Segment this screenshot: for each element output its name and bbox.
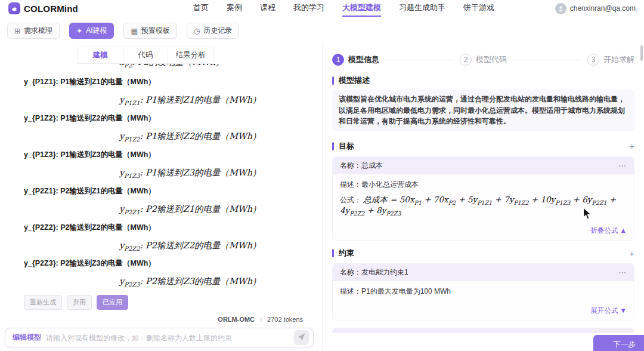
model-desc-title: 模型描述: [339, 75, 370, 86]
generation-actions: 重新生成弃用已应用: [24, 295, 322, 310]
nav-item-0[interactable]: 首页: [193, 0, 209, 17]
ai-modeling-icon: ✦: [76, 27, 82, 35]
objective-header: 目标 +: [332, 141, 634, 152]
edit-model-input[interactable]: [46, 334, 289, 342]
variable-math: yP1Z2: P1输送到Z2的电量（MWh）: [119, 131, 322, 143]
model-description: 该模型旨在优化城市电力系统的运营，通过合理分配发电站的发电量和输电线路的输电量，…: [332, 90, 634, 131]
mode-toolbar: ⊞需求梳理✦AI建模▦预置模板◷历史记录: [0, 17, 644, 44]
top-nav: COLORMind 首页案例课程我的学习大模型建模习题生成助手饼干游戏 chen…: [0, 0, 644, 17]
variable-math: yP2Z3: P2输送到Z3的电量（MWh）: [119, 276, 322, 288]
constraint-name: 名称：发电能力约束1: [340, 267, 408, 278]
edit-model-bar: 编辑模型: [5, 328, 314, 347]
variable-math: yP2Z1: P2输送到Z1的电量（MWh）: [119, 204, 322, 215]
more-menu-icon[interactable]: ⋯: [618, 161, 627, 170]
toolbar-requirements-button[interactable]: ⊞需求梳理: [7, 23, 60, 39]
token-count: 2702 tokens: [267, 316, 303, 322]
step-divider: [385, 60, 454, 60]
expand-formula-link[interactable]: 展开公式 ▼: [590, 307, 627, 314]
tab-2[interactable]: 结果分析: [168, 47, 213, 63]
account-area[interactable]: chenxinran@qa.com: [555, 3, 636, 14]
variable-item: y_{P2Z2}: P2输送到Z2的电量（MWh）yP2Z2: P2输送到Z2的…: [0, 217, 322, 252]
model-name: ORLM-QMC: [218, 316, 255, 322]
app-root: COLORMind 首页案例课程我的学习大模型建模习题生成助手饼干游戏 chen…: [0, 0, 644, 351]
action-button-1[interactable]: 弃用: [67, 295, 92, 310]
variable-math: yP1Z3: P1输送到Z3的电量（MWh）: [119, 167, 322, 179]
clipped-previous-line: xP2: P2的发电量（MWh）: [0, 64, 322, 71]
action-button-2[interactable]: 已应用: [97, 295, 128, 310]
variable-math: yP2Z2: P2输送到Z2的电量（MWh）: [119, 240, 322, 252]
objective-body: 描述：最小化总运营成本 公式： 总成本 = 50xP1 + 70xP2 + 5y…: [333, 174, 634, 223]
variable-list: y_{P1Z1}: P1输送到Z1的电量（MWh）yP1Z1: P1输送到Z1的…: [0, 71, 322, 288]
brand: COLORMind: [8, 2, 98, 14]
action-button-0[interactable]: 重新生成: [24, 295, 62, 310]
send-button[interactable]: [294, 330, 309, 345]
objective-desc: 描述：最小化总运营成本: [340, 180, 627, 190]
variable-label: y_{P1Z3}: P1输送到Z3的电量（MWh）: [24, 150, 322, 160]
next-bar: 下一步: [323, 333, 644, 351]
brand-name: COLORMind: [24, 4, 78, 14]
tab-1[interactable]: 代码: [123, 47, 169, 63]
edit-model-label: 编辑模型: [13, 332, 41, 343]
brand-logo-icon: [8, 2, 20, 14]
right-panel-scrollbar[interactable]: [640, 45, 643, 61]
nav-item-5[interactable]: 习题生成助手: [399, 0, 445, 17]
paper-plane-icon: [298, 333, 305, 343]
objective-name: 总成本: [361, 161, 383, 171]
variable-item: y_{P1Z1}: P1输送到Z1的电量（MWh）yP1Z1: P1输送到Z1的…: [0, 71, 322, 106]
tab-0[interactable]: 建模: [78, 47, 123, 63]
history-icon: ◷: [194, 27, 200, 35]
constraint-body: 描述：P1的最大发电量为100 MWh: [333, 281, 634, 303]
constraint-name-row: 名称：发电能力约束1⋯: [333, 264, 634, 281]
add-constraint-icon[interactable]: +: [629, 249, 634, 258]
constraint-desc: 描述：P1的最大发电量为100 MWh: [340, 287, 627, 297]
step-3[interactable]: 3开始求解: [587, 54, 634, 66]
left-panel: 建模代码结果分析 xP2: P2的发电量（MWh） y_{P1Z1}: P1输送…: [0, 44, 322, 351]
next-step-button[interactable]: 下一步: [593, 335, 644, 351]
user-avatar[interactable]: [555, 3, 566, 14]
more-menu-icon[interactable]: ⋯: [618, 268, 627, 277]
nav-item-3[interactable]: 我的学习: [293, 0, 324, 17]
model-meta: ORLM-QMC | 2702 tokens: [0, 310, 322, 322]
nav-item-1[interactable]: 案例: [227, 0, 242, 17]
variable-math: xP2: P2的发电量（MWh）: [119, 64, 322, 69]
step-divider: [513, 60, 581, 60]
step-1[interactable]: 1模型信息: [332, 54, 379, 66]
variable-label: y_{P2Z2}: P2输送到Z2的电量（MWh）: [24, 223, 322, 233]
nav-item-4[interactable]: 大模型建模: [342, 0, 381, 17]
nav-item-2[interactable]: 课程: [260, 0, 275, 17]
add-objective-icon[interactable]: +: [629, 141, 634, 150]
variable-label: y_{P2Z1}: P2输送到Z1的电量（MWh）: [24, 186, 322, 196]
objective-formula: 公式： 总成本 = 50xP1 + 70xP2 + 5yP1Z1 + 7yP1Z…: [340, 195, 627, 217]
variable-item: y_{P1Z2}: P1输送到Z2的电量（MWh）yP1Z2: P1输送到Z2的…: [0, 107, 322, 143]
step-label: 模型代码: [476, 54, 507, 65]
objective-title: 目标: [339, 141, 354, 152]
objective-name-label: 名称：: [340, 161, 361, 171]
toolbar-history-button[interactable]: ◷历史记录: [187, 23, 239, 39]
step-number: 2: [460, 54, 472, 66]
right-panel: 1模型信息2模型代码3开始求解 模型描述 该模型旨在优化城市电力系统的运营，通过…: [322, 44, 644, 351]
model-desc-header: 模型描述: [332, 75, 634, 86]
collapse-formula-link[interactable]: 折叠公式 ▲: [590, 227, 627, 234]
left-tabbar: 建模代码结果分析: [78, 47, 213, 64]
objective-card: 名称： 总成本 ⋯ 描述：最小化总运营成本 公式： 总成本 = 50xP1 + …: [332, 156, 634, 241]
step-2[interactable]: 2模型代码: [460, 54, 507, 66]
variable-item: y_{P2Z3}: P2输送到Z3的电量（MWh）yP2Z3: P2输送到Z3的…: [0, 253, 322, 288]
step-label: 模型信息: [348, 54, 379, 65]
step-label: 开始求解: [603, 54, 634, 65]
stepper: 1模型信息2模型代码3开始求解: [323, 44, 644, 72]
toolbar-ai-modeling-button[interactable]: ✦AI建模: [69, 23, 114, 39]
step-number: 3: [587, 54, 599, 66]
constraints-title: 约束: [339, 248, 354, 258]
nav-item-6[interactable]: 饼干游戏: [463, 0, 494, 17]
variable-label: y_{P1Z1}: P1输送到Z1的电量（MWh）: [24, 77, 322, 87]
variable-label: y_{P1Z2}: P1输送到Z2的电量（MWh）: [24, 113, 322, 124]
variable-label: y_{P2Z3}: P2输送到Z3的电量（MWh）: [24, 258, 322, 269]
variable-item: y_{P1Z3}: P1输送到Z3的电量（MWh）yP1Z3: P1输送到Z3的…: [0, 144, 322, 179]
variable-math: yP1Z1: P1输送到Z1的电量（MWh）: [119, 94, 322, 106]
user-email[interactable]: chenxinran@qa.com: [570, 4, 636, 13]
top-nav-items: 首页案例课程我的学习大模型建模习题生成助手饼干游戏: [193, 0, 494, 17]
objective-formula-math: 总成本 = 50xP1 + 70xP2 + 5yP1Z1 + 7yP1Z2 + …: [340, 195, 616, 215]
meta-divider: |: [260, 316, 262, 322]
toolbar-templates-button[interactable]: ▦预置模板: [123, 23, 177, 39]
modeling-scroll-area[interactable]: xP2: P2的发电量（MWh） y_{P1Z1}: P1输送到Z1的电量（MW…: [0, 64, 322, 322]
